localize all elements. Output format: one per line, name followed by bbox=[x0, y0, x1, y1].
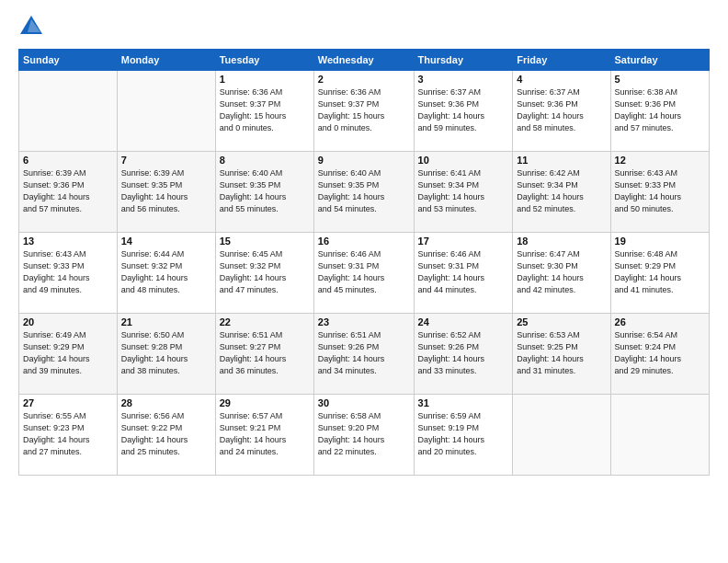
calendar-cell: 25Sunrise: 6:53 AM Sunset: 9:25 PM Dayli… bbox=[513, 314, 610, 395]
calendar-cell: 9Sunrise: 6:40 AM Sunset: 9:35 PM Daylig… bbox=[313, 152, 414, 233]
calendar-cell: 13Sunrise: 6:43 AM Sunset: 9:33 PM Dayli… bbox=[19, 233, 118, 314]
calendar-cell: 5Sunrise: 6:38 AM Sunset: 9:36 PM Daylig… bbox=[610, 71, 709, 152]
calendar-cell: 3Sunrise: 6:37 AM Sunset: 9:36 PM Daylig… bbox=[414, 71, 513, 152]
day-info: Sunrise: 6:39 AM Sunset: 9:35 PM Dayligh… bbox=[121, 167, 211, 215]
calendar-cell: 27Sunrise: 6:55 AM Sunset: 9:23 PM Dayli… bbox=[19, 395, 118, 476]
calendar-cell: 19Sunrise: 6:48 AM Sunset: 9:29 PM Dayli… bbox=[610, 233, 709, 314]
day-info: Sunrise: 6:46 AM Sunset: 9:31 PM Dayligh… bbox=[318, 248, 410, 296]
day-number: 16 bbox=[318, 236, 410, 247]
calendar-cell: 8Sunrise: 6:40 AM Sunset: 9:35 PM Daylig… bbox=[215, 152, 313, 233]
day-info: Sunrise: 6:57 AM Sunset: 9:21 PM Dayligh… bbox=[220, 410, 310, 458]
calendar-cell: 1Sunrise: 6:36 AM Sunset: 9:37 PM Daylig… bbox=[215, 71, 313, 152]
day-info: Sunrise: 6:55 AM Sunset: 9:23 PM Dayligh… bbox=[23, 410, 113, 458]
calendar-week-row: 20Sunrise: 6:49 AM Sunset: 9:29 PM Dayli… bbox=[19, 314, 710, 395]
day-number: 25 bbox=[517, 316, 606, 327]
day-info: Sunrise: 6:48 AM Sunset: 9:29 PM Dayligh… bbox=[615, 248, 705, 296]
day-info: Sunrise: 6:41 AM Sunset: 9:34 PM Dayligh… bbox=[418, 167, 509, 215]
calendar-cell: 7Sunrise: 6:39 AM Sunset: 9:35 PM Daylig… bbox=[117, 152, 215, 233]
day-info: Sunrise: 6:37 AM Sunset: 9:36 PM Dayligh… bbox=[517, 86, 606, 134]
calendar-cell bbox=[19, 71, 118, 152]
day-info: Sunrise: 6:56 AM Sunset: 9:22 PM Dayligh… bbox=[121, 410, 211, 458]
calendar-cell: 22Sunrise: 6:51 AM Sunset: 9:27 PM Dayli… bbox=[215, 314, 313, 395]
day-info: Sunrise: 6:37 AM Sunset: 9:36 PM Dayligh… bbox=[418, 86, 509, 134]
calendar-cell: 20Sunrise: 6:49 AM Sunset: 9:29 PM Dayli… bbox=[19, 314, 118, 395]
weekday-header-tuesday: Tuesday bbox=[215, 50, 313, 71]
calendar-cell: 14Sunrise: 6:44 AM Sunset: 9:32 PM Dayli… bbox=[117, 233, 215, 314]
day-number: 11 bbox=[517, 155, 606, 166]
day-number: 31 bbox=[418, 397, 509, 408]
calendar-page: SundayMondayTuesdayWednesdayThursdayFrid… bbox=[0, 0, 728, 563]
day-info: Sunrise: 6:43 AM Sunset: 9:33 PM Dayligh… bbox=[23, 248, 113, 296]
day-info: Sunrise: 6:59 AM Sunset: 9:19 PM Dayligh… bbox=[418, 410, 509, 458]
calendar-cell: 18Sunrise: 6:47 AM Sunset: 9:30 PM Dayli… bbox=[513, 233, 610, 314]
weekday-header-wednesday: Wednesday bbox=[313, 50, 414, 71]
day-info: Sunrise: 6:49 AM Sunset: 9:29 PM Dayligh… bbox=[23, 329, 113, 377]
day-info: Sunrise: 6:42 AM Sunset: 9:34 PM Dayligh… bbox=[517, 167, 606, 215]
calendar-cell: 6Sunrise: 6:39 AM Sunset: 9:36 PM Daylig… bbox=[19, 152, 118, 233]
calendar-cell: 30Sunrise: 6:58 AM Sunset: 9:20 PM Dayli… bbox=[313, 395, 414, 476]
calendar-cell: 28Sunrise: 6:56 AM Sunset: 9:22 PM Dayli… bbox=[117, 395, 215, 476]
weekday-header-row: SundayMondayTuesdayWednesdayThursdayFrid… bbox=[19, 50, 710, 71]
day-info: Sunrise: 6:50 AM Sunset: 9:28 PM Dayligh… bbox=[121, 329, 211, 377]
calendar-cell bbox=[610, 395, 709, 476]
calendar-cell bbox=[513, 395, 610, 476]
calendar-week-row: 1Sunrise: 6:36 AM Sunset: 9:37 PM Daylig… bbox=[19, 71, 710, 152]
calendar-cell: 23Sunrise: 6:51 AM Sunset: 9:26 PM Dayli… bbox=[313, 314, 414, 395]
calendar-cell: 17Sunrise: 6:46 AM Sunset: 9:31 PM Dayli… bbox=[414, 233, 513, 314]
day-number: 23 bbox=[318, 316, 410, 327]
weekday-header-thursday: Thursday bbox=[414, 50, 513, 71]
page-header bbox=[18, 14, 710, 40]
calendar-cell bbox=[117, 71, 215, 152]
calendar-cell: 16Sunrise: 6:46 AM Sunset: 9:31 PM Dayli… bbox=[313, 233, 414, 314]
day-number: 5 bbox=[615, 74, 705, 85]
calendar-cell: 31Sunrise: 6:59 AM Sunset: 9:19 PM Dayli… bbox=[414, 395, 513, 476]
calendar-week-row: 27Sunrise: 6:55 AM Sunset: 9:23 PM Dayli… bbox=[19, 395, 710, 476]
day-number: 6 bbox=[23, 155, 113, 166]
weekday-header-monday: Monday bbox=[117, 50, 215, 71]
day-info: Sunrise: 6:52 AM Sunset: 9:26 PM Dayligh… bbox=[418, 329, 509, 377]
day-number: 18 bbox=[517, 236, 606, 247]
day-info: Sunrise: 6:36 AM Sunset: 9:37 PM Dayligh… bbox=[220, 86, 310, 134]
day-info: Sunrise: 6:46 AM Sunset: 9:31 PM Dayligh… bbox=[418, 248, 509, 296]
day-number: 2 bbox=[318, 74, 410, 85]
day-info: Sunrise: 6:43 AM Sunset: 9:33 PM Dayligh… bbox=[615, 167, 705, 215]
calendar-cell: 15Sunrise: 6:45 AM Sunset: 9:32 PM Dayli… bbox=[215, 233, 313, 314]
day-info: Sunrise: 6:40 AM Sunset: 9:35 PM Dayligh… bbox=[220, 167, 310, 215]
calendar-cell: 24Sunrise: 6:52 AM Sunset: 9:26 PM Dayli… bbox=[414, 314, 513, 395]
day-number: 19 bbox=[615, 236, 705, 247]
logo bbox=[18, 14, 48, 40]
weekday-header-saturday: Saturday bbox=[610, 50, 709, 71]
calendar-cell: 29Sunrise: 6:57 AM Sunset: 9:21 PM Dayli… bbox=[215, 395, 313, 476]
day-number: 3 bbox=[418, 74, 509, 85]
day-number: 15 bbox=[220, 236, 310, 247]
day-info: Sunrise: 6:51 AM Sunset: 9:27 PM Dayligh… bbox=[220, 329, 310, 377]
day-number: 12 bbox=[615, 155, 705, 166]
logo-icon bbox=[18, 14, 44, 40]
day-number: 17 bbox=[418, 236, 509, 247]
day-number: 8 bbox=[220, 155, 310, 166]
calendar-cell: 2Sunrise: 6:36 AM Sunset: 9:37 PM Daylig… bbox=[313, 71, 414, 152]
day-info: Sunrise: 6:44 AM Sunset: 9:32 PM Dayligh… bbox=[121, 248, 211, 296]
day-info: Sunrise: 6:47 AM Sunset: 9:30 PM Dayligh… bbox=[517, 248, 606, 296]
day-number: 24 bbox=[418, 316, 509, 327]
day-number: 1 bbox=[220, 74, 310, 85]
calendar-cell: 10Sunrise: 6:41 AM Sunset: 9:34 PM Dayli… bbox=[414, 152, 513, 233]
calendar-cell: 21Sunrise: 6:50 AM Sunset: 9:28 PM Dayli… bbox=[117, 314, 215, 395]
day-number: 27 bbox=[23, 397, 113, 408]
calendar-table: SundayMondayTuesdayWednesdayThursdayFrid… bbox=[18, 49, 710, 476]
day-number: 14 bbox=[121, 236, 211, 247]
calendar-cell: 26Sunrise: 6:54 AM Sunset: 9:24 PM Dayli… bbox=[610, 314, 709, 395]
calendar-week-row: 6Sunrise: 6:39 AM Sunset: 9:36 PM Daylig… bbox=[19, 152, 710, 233]
day-info: Sunrise: 6:53 AM Sunset: 9:25 PM Dayligh… bbox=[517, 329, 606, 377]
day-info: Sunrise: 6:45 AM Sunset: 9:32 PM Dayligh… bbox=[220, 248, 310, 296]
day-info: Sunrise: 6:38 AM Sunset: 9:36 PM Dayligh… bbox=[615, 86, 705, 134]
calendar-cell: 4Sunrise: 6:37 AM Sunset: 9:36 PM Daylig… bbox=[513, 71, 610, 152]
day-info: Sunrise: 6:51 AM Sunset: 9:26 PM Dayligh… bbox=[318, 329, 410, 377]
day-number: 13 bbox=[23, 236, 113, 247]
day-info: Sunrise: 6:36 AM Sunset: 9:37 PM Dayligh… bbox=[318, 86, 410, 134]
day-number: 26 bbox=[615, 316, 705, 327]
calendar-week-row: 13Sunrise: 6:43 AM Sunset: 9:33 PM Dayli… bbox=[19, 233, 710, 314]
day-info: Sunrise: 6:39 AM Sunset: 9:36 PM Dayligh… bbox=[23, 167, 113, 215]
day-number: 30 bbox=[318, 397, 410, 408]
day-number: 22 bbox=[220, 316, 310, 327]
